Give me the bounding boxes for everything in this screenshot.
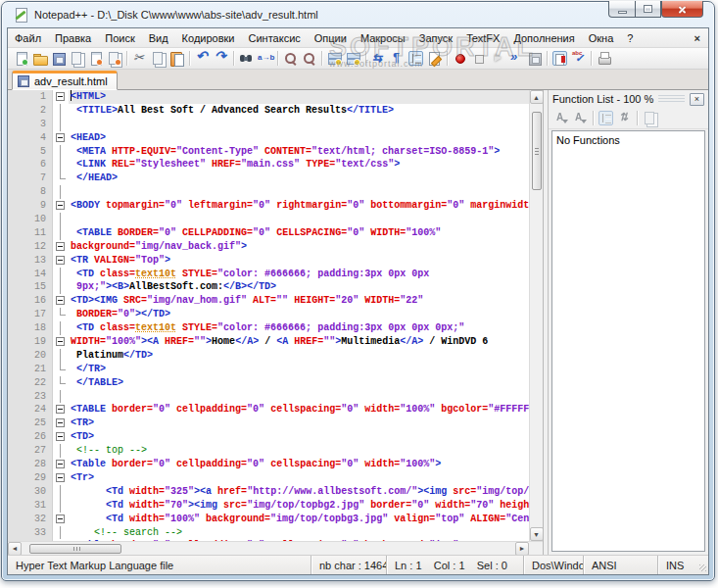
code-line-22[interactable]: 22 </TABLE> — [8, 376, 529, 390]
fold-collapse-icon[interactable] — [56, 337, 65, 346]
maximize-button[interactable] — [635, 1, 661, 18]
spell-check-icon[interactable] — [569, 49, 588, 68]
scroll-down-icon[interactable]: ▼ — [530, 527, 544, 541]
code-line-17[interactable]: 17 BORDER="0"></TD> — [8, 308, 529, 321]
word-wrap-icon[interactable] — [369, 49, 388, 68]
fold-collapse-icon[interactable] — [56, 242, 65, 251]
macro-run-multiple-icon[interactable] — [506, 49, 525, 68]
code-line-1[interactable]: 1<HTML> — [8, 90, 529, 104]
fold-margin[interactable] — [53, 294, 69, 308]
menu-item-1[interactable]: Файл — [8, 30, 48, 46]
scroll-left-icon[interactable]: ◄ — [8, 542, 22, 556]
code-line-16[interactable]: 16<TD><IMG SRC="img/nav_hom.gif" ALT="" … — [8, 294, 529, 308]
code-line-6[interactable]: 6 <LINK REL="Stylesheet" HREF="main.css"… — [8, 158, 529, 172]
fold-collapse-icon[interactable] — [56, 514, 65, 523]
code-line-4[interactable]: 4<HEAD> — [8, 131, 529, 145]
code-line-2[interactable]: 2 <TITLE>All Best Soft / Advanced Search… — [8, 104, 529, 118]
line-text[interactable]: <TD> — [69, 430, 529, 444]
code-line-27[interactable]: 27 <!-- top --> — [8, 444, 529, 458]
fold-margin[interactable] — [53, 90, 69, 104]
line-text[interactable]: <!-- search --> — [69, 526, 529, 540]
line-text[interactable] — [69, 118, 529, 131]
fold-collapse-icon[interactable] — [56, 201, 65, 210]
save-all-icon[interactable] — [68, 49, 86, 68]
line-text[interactable]: <HEAD> — [69, 131, 529, 145]
line-text[interactable]: Platinum</TD> — [69, 349, 529, 363]
code-line-15[interactable]: 15 9px;"><B>AllBestSoft.com:</B></TD> — [8, 280, 529, 294]
line-text[interactable]: <TABLE border="0" cellpadding="0" cellsp… — [69, 403, 529, 416]
code-line-5[interactable]: 5 <META HTTP-EQUIV="Content-Type" CONTEN… — [8, 145, 529, 159]
view-list-icon[interactable] — [597, 109, 615, 127]
line-text[interactable]: <TABLE BORDER="0" CELLPADDING="0" CELLSP… — [69, 226, 529, 240]
macro-save-icon[interactable] — [525, 49, 544, 68]
line-text[interactable]: </HEAD> — [69, 172, 529, 185]
scroll-up-icon[interactable]: ▲ — [530, 90, 544, 104]
fold-margin[interactable] — [53, 513, 69, 526]
code-line-8[interactable]: 8 — [8, 185, 529, 199]
menu-item-12[interactable]: Окна — [582, 30, 621, 46]
code-line-23[interactable]: 23 — [8, 390, 529, 404]
fold-margin[interactable] — [53, 254, 69, 268]
close-button[interactable] — [661, 1, 703, 18]
code-line-31[interactable]: 31 <Td width="70"><img src="img/top/topb… — [8, 499, 529, 513]
editor-body[interactable]: 1<HTML>2 <TITLE>All Best Soft / Advanced… — [8, 90, 543, 541]
code-line-26[interactable]: 26<TD> — [8, 430, 529, 444]
code-line-7[interactable]: 7 </HEAD> — [8, 172, 529, 185]
macro-stop-icon[interactable] — [469, 49, 488, 68]
copy-icon[interactable] — [149, 49, 168, 68]
line-text[interactable]: BORDER="0"></TD> — [69, 308, 529, 321]
new-file-icon[interactable] — [12, 49, 30, 68]
line-text[interactable]: <TD class=text10t STYLE="color: #666666;… — [69, 321, 529, 335]
line-text[interactable]: </TR> — [69, 363, 529, 376]
fold-margin[interactable] — [53, 199, 69, 213]
code-line-13[interactable]: 13<TR VALIGN="Top"> — [8, 254, 529, 268]
menu-item-8[interactable]: Макросы — [354, 30, 412, 46]
macro-record-icon[interactable] — [451, 49, 469, 68]
print-icon[interactable] — [595, 49, 613, 68]
fold-collapse-icon[interactable] — [56, 92, 65, 101]
fold-collapse-icon[interactable] — [56, 133, 65, 142]
line-text[interactable]: <BODY topmargin="0" leftmargin="0" right… — [69, 199, 529, 213]
line-text[interactable]: <META HTTP-EQUIV="Content-Type" CONTENT=… — [69, 145, 529, 159]
horizontal-scroll-thumb[interactable] — [29, 544, 121, 554]
line-text[interactable]: <TD><IMG SRC="img/nav_hom.gif" ALT="" HE… — [69, 294, 529, 308]
fold-collapse-icon[interactable] — [56, 418, 65, 427]
scroll-right-icon[interactable]: ► — [515, 542, 529, 556]
function-list-header[interactable]: Function List - 100 % × — [549, 90, 708, 108]
code-rows[interactable]: 1<HTML>2 <TITLE>All Best Soft / Advanced… — [8, 90, 529, 541]
line-text[interactable]: <TR VALIGN="Top"> — [69, 254, 529, 268]
line-text[interactable]: <!-- top --> — [69, 444, 529, 458]
undo-icon[interactable] — [193, 49, 212, 68]
menu-item-10[interactable]: TextFX — [459, 30, 506, 46]
macro-play-icon[interactable] — [488, 49, 506, 68]
menu-item-4[interactable]: Вид — [142, 30, 175, 46]
fold-margin[interactable] — [53, 471, 69, 485]
close-all-icon[interactable] — [105, 49, 123, 68]
close-document-icon[interactable]: × — [694, 32, 700, 44]
fold-collapse-icon[interactable] — [56, 473, 65, 482]
fold-collapse-icon[interactable] — [56, 296, 65, 305]
line-text[interactable]: background="img/nav_back.gif"> — [69, 240, 529, 254]
line-text[interactable] — [69, 390, 529, 404]
code-line-14[interactable]: 14 <TD class=text10t STYLE="color: #6666… — [8, 268, 529, 281]
cut-icon[interactable] — [130, 49, 149, 68]
redo-icon[interactable] — [212, 49, 230, 68]
close-file-icon[interactable] — [86, 49, 105, 68]
show-all-characters-icon[interactable] — [388, 49, 407, 68]
copy-names-icon[interactable] — [641, 109, 659, 127]
line-text[interactable]: <Table border="0" cellpadding="0" cellsp… — [69, 539, 529, 541]
line-text[interactable]: <Table border="0" cellpadding="0" cellsp… — [69, 458, 529, 471]
line-text[interactable]: <Td width="325"><a href="http://www.allb… — [69, 485, 529, 499]
line-text[interactable]: <Tr> — [69, 471, 529, 485]
vertical-scrollbar[interactable]: ▲ ▼ — [529, 90, 543, 541]
minimize-button[interactable] — [608, 1, 635, 18]
code-line-24[interactable]: 24<TABLE border="0" cellpadding="0" cell… — [8, 403, 529, 416]
zoom-out-icon[interactable] — [300, 49, 318, 68]
code-line-19[interactable]: 19WIDTH="100%"><A HREF="">Home</A> / <A … — [8, 335, 529, 349]
line-text[interactable]: </TABLE> — [69, 376, 529, 390]
function-list-content[interactable]: No Functions — [551, 130, 705, 552]
menu-item-11[interactable]: Дополнения — [506, 30, 581, 46]
menu-item-3[interactable]: Поиск — [98, 30, 141, 46]
line-text[interactable]: <Td width="70"><img src="img/top/topbg2.… — [69, 499, 529, 513]
line-text[interactable]: WIDTH="100%"><A HREF="">Home</A> / <A HR… — [69, 335, 529, 349]
